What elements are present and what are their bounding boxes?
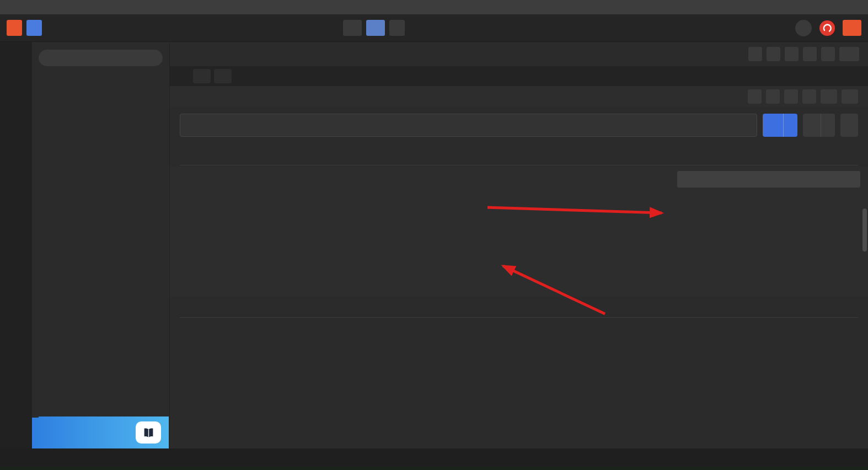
plan-badge-button[interactable] [843, 20, 861, 36]
api-header-bar [170, 86, 868, 107]
backup-dropdown[interactable] [821, 89, 837, 104]
bottom-strip [0, 467, 868, 470]
response-json-viewer[interactable] [170, 346, 868, 448]
project-toolbar [748, 47, 859, 61]
share-project-button[interactable] [748, 47, 762, 61]
api-doc-button[interactable] [748, 89, 762, 104]
share-doc-button[interactable] [784, 89, 798, 104]
send-button[interactable] [763, 114, 797, 137]
help-panel [677, 171, 860, 194]
environment-dropdown[interactable] [821, 47, 835, 61]
collaborators-button[interactable] [366, 20, 385, 36]
new-tab-button[interactable] [193, 69, 211, 83]
param-library-button[interactable] [803, 47, 817, 61]
response-tabs [180, 297, 858, 318]
close-button[interactable] [844, 0, 868, 14]
avatar[interactable] [819, 20, 835, 36]
topbar-center [343, 20, 405, 36]
help-panel-header[interactable] [677, 171, 860, 188]
save-options-caret[interactable] [821, 114, 835, 137]
global-scripts-button[interactable] [785, 47, 799, 61]
sidebar-search[interactable] [39, 50, 163, 66]
request-row [180, 114, 858, 137]
topbar-right [795, 20, 861, 36]
banner-close-button[interactable] [32, 416, 39, 418]
preview-eye-button[interactable] [839, 47, 859, 61]
project-dropdown[interactable] [343, 20, 362, 36]
flow-test-button[interactable] [26, 20, 42, 36]
request-tabs [180, 146, 858, 165]
search-input[interactable] [50, 54, 156, 62]
send-options-caret[interactable] [783, 114, 797, 137]
titlebar [0, 0, 868, 14]
top-toolbar [0, 14, 868, 42]
url-box[interactable] [180, 114, 757, 137]
editor-scrollbar[interactable] [862, 168, 867, 296]
sidebar [32, 42, 170, 448]
status-bar [0, 448, 868, 467]
scrollbar-thumb[interactable] [862, 209, 867, 252]
clone-button[interactable] [766, 89, 780, 104]
dev-status-dropdown[interactable] [842, 89, 858, 104]
left-rail [0, 42, 32, 448]
help-doc-banner[interactable] [32, 416, 169, 448]
doc-tabstrip [170, 66, 868, 86]
new-button[interactable] [7, 20, 22, 36]
minimize-button[interactable] [795, 0, 819, 14]
response-toolbar [180, 324, 858, 341]
book-mascot-icon [136, 421, 161, 444]
global-params-button[interactable] [767, 47, 780, 61]
tabs-more-button[interactable] [214, 69, 232, 83]
maximize-button[interactable] [819, 0, 844, 14]
save-button[interactable] [803, 114, 835, 137]
window-controls [795, 0, 868, 14]
collab-log-button[interactable] [389, 20, 405, 36]
sync-button[interactable] [795, 20, 812, 36]
lock-button[interactable] [802, 89, 816, 104]
main-area [170, 42, 868, 448]
publish-doc-button[interactable] [840, 114, 858, 137]
rail-item-apps[interactable] [0, 416, 32, 445]
